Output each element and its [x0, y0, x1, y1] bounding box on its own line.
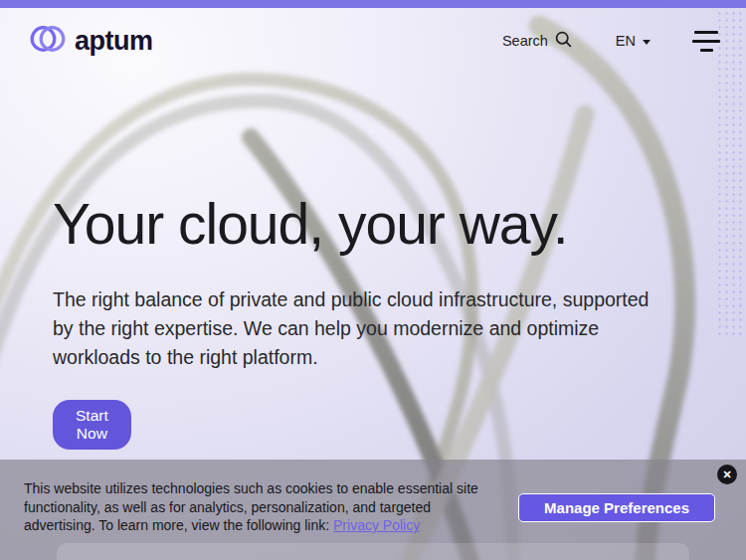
cookie-message: This website utilizes technologies such …: [24, 479, 499, 535]
cookie-close-button[interactable]: ✕: [717, 465, 737, 484]
top-accent-bar: [0, 0, 746, 8]
aptum-logo[interactable]: aptum: [30, 23, 153, 59]
page-title: Your cloud, your way.: [53, 191, 689, 257]
search-button[interactable]: Search: [502, 31, 572, 51]
header-controls: Search EN: [502, 27, 720, 56]
chevron-down-icon: [643, 40, 651, 45]
search-icon: [555, 31, 572, 51]
site-header: aptum Search EN: [0, 8, 746, 74]
privacy-policy-link[interactable]: Privacy Policy: [333, 517, 420, 533]
search-label: Search: [502, 33, 548, 49]
aptum-logo-icon: [30, 23, 66, 59]
manage-preferences-button[interactable]: Manage Preferences: [518, 493, 715, 522]
language-selector[interactable]: EN: [616, 33, 651, 49]
menu-button[interactable]: [692, 27, 720, 56]
close-icon: ✕: [722, 468, 731, 480]
aptum-homepage: aptum Search EN: [0, 0, 746, 560]
details-panel-peek: [57, 543, 689, 560]
cookie-consent-banner: This website utilizes technologies such …: [0, 460, 746, 560]
start-now-button[interactable]: Start Now: [53, 400, 131, 450]
logo-wordmark: aptum: [75, 26, 153, 57]
hamburger-icon: [694, 31, 718, 34]
language-label: EN: [616, 33, 636, 49]
hero-paragraph: The right balance of private and public …: [53, 285, 650, 372]
